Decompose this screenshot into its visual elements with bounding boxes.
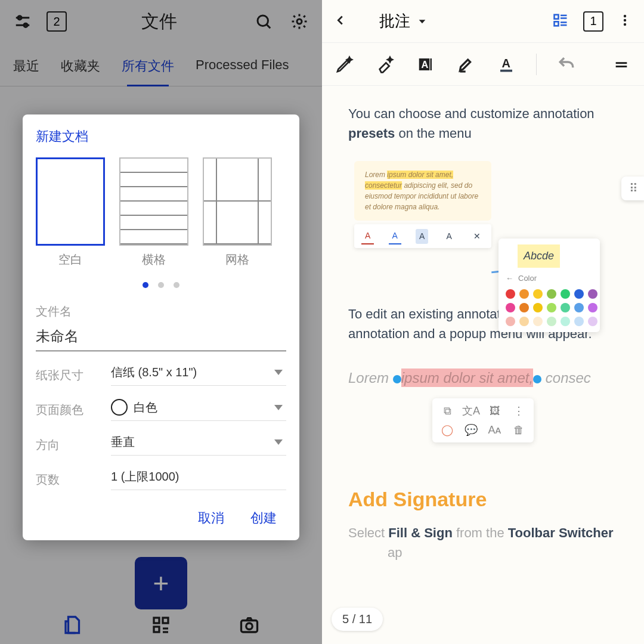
preset-a-red[interactable]: A xyxy=(361,228,374,244)
delete-icon[interactable]: 🗑 xyxy=(509,422,529,438)
format-presets-bar: A A A A ✕ xyxy=(354,224,491,248)
sample-note: Lorem ipsum dolor sit amet, consectetur … xyxy=(354,161,491,221)
preset-a-blue[interactable]: A xyxy=(389,228,401,244)
color-preview: Abcde xyxy=(518,244,560,268)
color-swatch[interactable] xyxy=(561,289,570,299)
svg-text:A: A xyxy=(421,59,428,70)
intro-text: You can choose and customize annotation … xyxy=(348,104,618,143)
page-color-label: 页面颜色 xyxy=(36,402,111,418)
palette-icon[interactable]: ◯ xyxy=(437,422,457,438)
more-icon[interactable] xyxy=(618,13,632,30)
svg-marker-14 xyxy=(419,20,426,23)
font-icon[interactable]: Aᴀ xyxy=(485,422,505,438)
preset-a-plain[interactable]: A xyxy=(442,229,455,244)
color-swatch[interactable] xyxy=(561,303,570,312)
color-picker-panel: Abcde ← Color xyxy=(499,239,600,332)
highlighter-icon[interactable] xyxy=(453,51,479,78)
color-swatch[interactable] xyxy=(588,289,597,299)
color-swatch[interactable] xyxy=(506,317,515,326)
translate-icon[interactable]: 文A xyxy=(461,403,481,419)
template-page-indicator xyxy=(33,282,289,288)
outline-icon[interactable] xyxy=(552,12,569,31)
page-color-select[interactable]: 白色 xyxy=(111,399,286,421)
document-content[interactable]: You can choose and customize annotation … xyxy=(322,86,644,580)
preset-a-selected[interactable]: A xyxy=(416,229,428,244)
template-blank[interactable]: 空白 xyxy=(36,157,105,268)
modal-title: 新建文档 xyxy=(33,128,289,145)
side-grip-icon[interactable]: ⠿ xyxy=(621,177,644,200)
text-box-icon[interactable]: A xyxy=(413,51,439,78)
page-count-input[interactable]: 1 (上限1000) xyxy=(111,469,286,490)
color-swatch[interactable] xyxy=(533,289,543,299)
eraser-sparkle-icon[interactable] xyxy=(372,51,398,78)
back-button[interactable] xyxy=(334,14,347,29)
svg-rect-18 xyxy=(555,21,559,26)
annotation-context-menu: ⧉ 文A 🖼 ⋮ ◯ 💬 Aᴀ 🗑 xyxy=(432,398,534,442)
copy-icon[interactable]: ⧉ xyxy=(437,403,457,419)
paper-size-label: 纸张尺寸 xyxy=(36,367,111,383)
signature-heading: Add Signature xyxy=(348,484,618,515)
create-button[interactable]: 创建 xyxy=(250,509,277,527)
chevron-down-icon xyxy=(274,405,283,410)
svg-point-21 xyxy=(624,14,626,17)
color-swatch[interactable] xyxy=(533,303,543,312)
comment-icon[interactable]: 💬 xyxy=(461,422,481,438)
highlight-sample: Lorem ipsum dolor sit amet, consec xyxy=(348,367,618,389)
color-swatch[interactable] xyxy=(519,303,529,312)
signature-text: Select Fill & Sign from the Toolbar Swit… xyxy=(348,523,618,562)
color-swatch[interactable] xyxy=(574,289,584,299)
image-icon[interactable]: 🖼 xyxy=(485,403,505,419)
pen-sparkle-icon[interactable] xyxy=(332,51,358,78)
svg-rect-29 xyxy=(500,69,512,72)
drag-handle-icon[interactable] xyxy=(608,51,634,78)
svg-text:A: A xyxy=(502,57,510,70)
chevron-down-icon xyxy=(274,439,283,445)
color-swatch[interactable] xyxy=(506,303,515,312)
svg-point-23 xyxy=(624,23,626,25)
color-swatch[interactable] xyxy=(547,289,556,299)
cancel-button[interactable]: 取消 xyxy=(198,509,224,527)
chevron-down-icon xyxy=(274,370,283,375)
filename-label: 文件名 xyxy=(36,304,286,320)
page-indicator[interactable]: 5 / 11 xyxy=(332,608,383,631)
svg-point-22 xyxy=(624,18,626,21)
more-menu-icon[interactable]: ⋮ xyxy=(509,403,529,419)
orientation-select[interactable]: 垂直 xyxy=(111,434,286,456)
color-swatch[interactable] xyxy=(519,289,529,299)
page-count-label: 页数 xyxy=(36,472,111,488)
color-swatch[interactable] xyxy=(561,317,570,326)
page-count-badge[interactable]: 1 xyxy=(583,11,603,32)
text-color-icon[interactable]: A xyxy=(493,51,519,78)
orientation-label: 方向 xyxy=(36,437,111,453)
color-swatch[interactable] xyxy=(547,317,556,326)
color-swatch[interactable] xyxy=(533,317,543,326)
svg-rect-15 xyxy=(555,14,559,18)
color-back-button[interactable]: ← Color xyxy=(506,273,593,284)
annotation-toolbar: A A xyxy=(322,43,644,86)
color-swatch[interactable] xyxy=(547,303,556,312)
filename-input[interactable]: 未命名 xyxy=(36,327,286,351)
new-document-modal: 新建文档 空白 横格 网格 文件名 未命名 纸张尺寸 信纸 (8.5" x 11… xyxy=(23,114,299,540)
mode-dropdown[interactable]: 批注 xyxy=(379,11,427,32)
close-preset-icon[interactable]: ✕ xyxy=(470,229,484,244)
color-swatch[interactable] xyxy=(588,303,597,312)
color-swatch[interactable] xyxy=(519,317,529,326)
color-swatch[interactable] xyxy=(588,317,597,326)
color-swatch[interactable] xyxy=(574,303,584,312)
paper-size-select[interactable]: 信纸 (8.5" x 11") xyxy=(111,364,286,386)
color-swatch[interactable] xyxy=(506,289,515,299)
undo-icon[interactable] xyxy=(553,51,580,78)
template-grid[interactable]: 网格 xyxy=(203,157,272,268)
color-swatch[interactable] xyxy=(574,317,584,326)
template-lined[interactable]: 横格 xyxy=(119,157,188,268)
